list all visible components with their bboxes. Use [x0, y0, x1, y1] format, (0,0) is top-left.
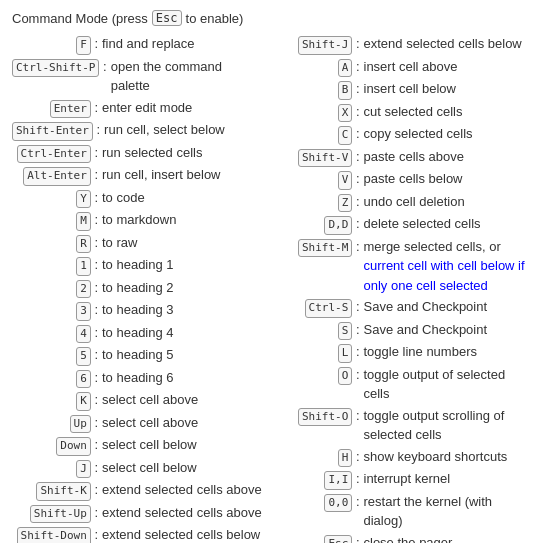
- keyboard-shortcut: R: [76, 235, 91, 254]
- keyboard-shortcut: X: [338, 104, 353, 123]
- shortcut-description: extend selected cells below: [364, 34, 526, 54]
- shortcut-description: select cell above: [102, 390, 264, 410]
- shortcut-description: to heading 3: [102, 300, 264, 320]
- shortcut-row: Shift-Enter :run cell, select below: [12, 120, 264, 141]
- shortcut-row: Ctrl-S :Save and Checkpoint: [274, 297, 526, 318]
- keyboard-shortcut: Shift-J: [298, 36, 352, 55]
- left-column: F :find and replaceCtrl-Shift-P :open th…: [12, 34, 264, 543]
- keyboard-shortcut: Shift-Down: [17, 527, 91, 543]
- keyboard-shortcut: Z: [338, 194, 353, 213]
- shortcut-description: insert cell below: [364, 79, 526, 99]
- shortcut-row: Shift-M :merge selected cells, or curren…: [274, 237, 526, 296]
- shortcut-description: merge selected cells, or current cell wi…: [364, 237, 526, 296]
- keyboard-shortcut: Shift-Up: [30, 505, 91, 524]
- shortcut-description: extend selected cells above: [102, 503, 264, 523]
- keyboard-shortcut: C: [338, 126, 353, 145]
- keyboard-shortcut: B: [338, 81, 353, 100]
- shortcut-description: to heading 4: [102, 323, 264, 343]
- shortcut-description: extend selected cells above: [102, 480, 264, 500]
- shortcut-row: Shift-O :toggle output scrolling of sele…: [274, 406, 526, 445]
- shortcut-description: show keyboard shortcuts: [364, 447, 526, 467]
- shortcut-description: to heading 2: [102, 278, 264, 298]
- shortcut-description: Save and Checkpoint: [364, 320, 526, 340]
- keyboard-shortcut: 6: [76, 370, 91, 389]
- key-cell: Esc :: [274, 533, 364, 544]
- key-cell: L :: [274, 342, 364, 363]
- shortcut-row: Esc :close the pager: [274, 533, 526, 544]
- shortcut-row: C :copy selected cells: [274, 124, 526, 145]
- shortcut-description: to heading 5: [102, 345, 264, 365]
- key-cell: Shift-K :: [12, 480, 102, 501]
- key-cell: K :: [12, 390, 102, 411]
- shortcut-row: 0,0 :restart the kernel (with dialog): [274, 492, 526, 531]
- shortcut-row: Enter :enter edit mode: [12, 98, 264, 119]
- keyboard-shortcut: Up: [70, 415, 91, 434]
- shortcut-row: L :toggle line numbers: [274, 342, 526, 363]
- shortcut-row: 1 :to heading 1: [12, 255, 264, 276]
- key-cell: B :: [274, 79, 364, 100]
- shortcut-description: toggle output scrolling of selected cell…: [364, 406, 526, 445]
- shortcut-row: A :insert cell above: [274, 57, 526, 78]
- key-cell: Shift-O :: [274, 406, 364, 427]
- shortcut-row: M :to markdown: [12, 210, 264, 231]
- key-cell: Ctrl-Shift-P :: [12, 57, 111, 78]
- keyboard-shortcut: Alt-Enter: [23, 167, 91, 186]
- shortcut-description: enter edit mode: [102, 98, 264, 118]
- shortcut-row: J :select cell below: [12, 458, 264, 479]
- keyboard-shortcut: 1: [76, 257, 91, 276]
- shortcut-row: 4 :to heading 4: [12, 323, 264, 344]
- shortcut-description: to raw: [102, 233, 264, 253]
- keyboard-shortcut: Enter: [50, 100, 91, 119]
- shortcut-description: Save and Checkpoint: [364, 297, 526, 317]
- shortcut-row: I,I :interrupt kernel: [274, 469, 526, 490]
- keyboard-shortcut: V: [338, 171, 353, 190]
- key-cell: 0,0 :: [274, 492, 364, 513]
- key-cell: 4 :: [12, 323, 102, 344]
- shortcut-description: copy selected cells: [364, 124, 526, 144]
- key-cell: Alt-Enter :: [12, 165, 102, 186]
- right-column: Shift-J :extend selected cells belowA :i…: [274, 34, 526, 543]
- keyboard-shortcut: Shift-M: [298, 239, 352, 258]
- key-cell: Y :: [12, 188, 102, 209]
- key-cell: 3 :: [12, 300, 102, 321]
- key-cell: V :: [274, 169, 364, 190]
- shortcut-content: F :find and replaceCtrl-Shift-P :open th…: [12, 34, 525, 543]
- shortcut-description: delete selected cells: [364, 214, 526, 234]
- esc-key-title: Esc: [152, 10, 182, 26]
- keyboard-shortcut: 0,0: [324, 494, 352, 513]
- shortcut-row: Shift-V :paste cells above: [274, 147, 526, 168]
- keyboard-shortcut: J: [76, 460, 91, 479]
- keyboard-shortcut: Down: [56, 437, 91, 456]
- keyboard-shortcut: F: [76, 36, 91, 55]
- keyboard-shortcut: 5: [76, 347, 91, 366]
- shortcut-description: run cell, select below: [104, 120, 263, 140]
- keyboard-shortcut: Ctrl-Shift-P: [12, 59, 99, 78]
- shortcut-row: Up :select cell above: [12, 413, 264, 434]
- keyboard-shortcut: Ctrl-Enter: [17, 145, 91, 164]
- shortcut-description: undo cell deletion: [364, 192, 526, 212]
- shortcut-description: restart the kernel (with dialog): [364, 492, 526, 531]
- key-cell: Z :: [274, 192, 364, 213]
- shortcut-row: 5 :to heading 5: [12, 345, 264, 366]
- shortcut-row: F :find and replace: [12, 34, 264, 55]
- shortcut-description: cut selected cells: [364, 102, 526, 122]
- key-cell: Down :: [12, 435, 102, 456]
- shortcut-row: O :toggle output of selected cells: [274, 365, 526, 404]
- shortcut-description: to heading 1: [102, 255, 264, 275]
- keyboard-shortcut: 4: [76, 325, 91, 344]
- shortcut-description: open the command palette: [111, 57, 264, 96]
- page-title: Command Mode (press Esc to enable): [12, 10, 525, 26]
- shortcut-row: S :Save and Checkpoint: [274, 320, 526, 341]
- key-cell: F :: [12, 34, 102, 55]
- keyboard-shortcut: L: [338, 344, 353, 363]
- shortcut-description: toggle output of selected cells: [364, 365, 526, 404]
- keyboard-shortcut: 2: [76, 280, 91, 299]
- key-cell: O :: [274, 365, 364, 386]
- key-cell: Ctrl-S :: [274, 297, 364, 318]
- shortcut-row: Shift-Down :extend selected cells below: [12, 525, 264, 543]
- keyboard-shortcut: Esc: [324, 535, 352, 544]
- key-cell: Shift-J :: [274, 34, 364, 55]
- keyboard-shortcut: Shift-Enter: [12, 122, 93, 141]
- keyboard-shortcut: M: [76, 212, 91, 231]
- shortcut-description: toggle line numbers: [364, 342, 526, 362]
